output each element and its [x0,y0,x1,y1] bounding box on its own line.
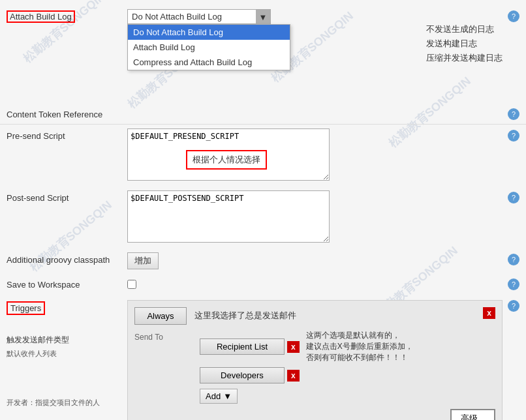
presend-script-row: Pre-send Script $DEFAULT_PRESEND_SCRIPT … [0,125,526,187]
groovy-help[interactable]: ? [508,254,519,265]
attach-build-log-label-text: Attach Build Log [7,10,75,23]
triggers-remove-btn[interactable]: x [483,307,495,319]
attach-build-log-input-col: Do Not Attach Build Log ▼ Do Not Attach … [127,9,420,24]
annotation-compress: 压缩并发送构建日志 [426,52,503,64]
advanced-btn[interactable]: 高级... [450,409,495,420]
triggers-help[interactable]: ? [508,300,519,312]
groovy-classpath-row: Additional groovy classpath 增加 ? [0,248,526,273]
dropdown-selected-value: Do Not Attach Build Log [132,12,266,22]
groovy-input-col: 增加 [127,252,503,269]
attach-build-log-row: Attach Build Log Do Not Attach Build Log… [0,5,526,64]
developer-annotation: 开发者：指提交项目文件的人 [7,398,127,408]
advanced-row: 高级... [134,409,495,420]
presend-help[interactable]: ? [508,130,519,142]
trigger-always-annotation: 这里我选择了总是发送邮件 [194,307,296,322]
triggers-label-col: Triggers 触发发送邮件类型 默认收件人列表 开发者：指提交项目文件的人 [7,299,127,408]
postsend-help[interactable]: ? [508,192,519,203]
triggers-input-col: x Always 这里我选择了总是发送邮件 Send To Recipient … [127,299,503,420]
send-to-row: Send To Recipient List x 这两个选项是默认就有的，建议点… [134,330,495,404]
presend-label: Pre-send Script [7,128,127,141]
triggers-label-text: Triggers [7,301,45,315]
triggers-section: x Always 这里我选择了总是发送邮件 Send To Recipient … [127,300,503,420]
presend-annotation-box: 根据个人情况选择 [186,150,267,170]
dropdown-opt-attach[interactable]: Attach Build Log [128,40,290,55]
groovy-label: Additional groovy classpath [7,252,127,265]
presend-input-col: $DEFAULT_PRESEND_SCRIPT 根据个人情况选择 [127,128,503,183]
content-token-label: Content Token Reference [7,107,127,119]
default-recipient-annotation: 默认收件人列表 [7,349,127,359]
trigger-type-annotation: 触发发送邮件类型 [7,335,127,346]
annotation-attach: 发送构建日志 [426,38,503,50]
postsend-label: Post-send Script [7,190,127,203]
recipient-list-btn[interactable]: Recipient List [200,338,285,355]
dropdown-opt-compress[interactable]: Compress and Attach Build Log [128,55,290,70]
dropdown-annotations: 不发送生成的日志 发送构建日志 压缩并发送构建日志 [426,9,503,64]
attach-help-icon[interactable]: ? [508,10,519,22]
send-to-item-developers: Developers x [200,367,495,383]
dropdown-open-list: Do Not Attach Build Log Attach Build Log… [127,24,290,70]
annotation-do-not-attach: 不发送生成的日志 [426,23,503,35]
save-workspace-row: Save to Workspace ? [0,273,526,295]
add-send-to-btn[interactable]: Add ▼ [200,389,238,404]
save-workspace-input [127,277,503,291]
dropdown-arrow: ▼ [256,10,270,24]
attach-build-log-label: Attach Build Log [7,9,127,22]
send-to-items: Recipient List x 这两个选项是默认就有的，建议点击X号删除后重新… [200,330,495,404]
trigger-always-row: Always 这里我选择了总是发送邮件 [134,307,495,325]
attach-dropdown-wrapper[interactable]: Do Not Attach Build Log ▼ Do Not Attach … [127,9,271,24]
postsend-textarea[interactable]: $DEFAULT_POSTSEND_SCRIPT [127,190,330,243]
send-to-label: Send To [134,330,200,342]
dropdown-opt-do-not-attach[interactable]: Do Not Attach Build Log [128,25,290,40]
recipient-annotation: 这两个选项是默认就有的，建议点击X号删除后重新添加，否则有可能收不到邮件！！！ [306,330,413,363]
postsend-script-row: Post-send Script $DEFAULT_POSTSEND_SCRIP… [0,187,526,248]
developers-remove-btn[interactable]: x [287,370,300,382]
add-row: Add ▼ [200,389,495,404]
send-to-item-recipient: Recipient List x 这两个选项是默认就有的，建议点击X号删除后重新… [200,330,495,363]
save-workspace-label: Save to Workspace [7,277,127,290]
trigger-always-btn[interactable]: Always [134,307,187,325]
triggers-row: Triggers 触发发送邮件类型 默认收件人列表 开发者：指提交项目文件的人 … [0,295,526,420]
main-container: 松勤教育SONGQIN 松勤教育SONGQIN 松勤教育SONGQIN 松勤教育… [0,0,526,420]
save-workspace-help[interactable]: ? [508,278,519,290]
content-token-help[interactable]: ? [508,108,519,120]
add-dropdown-arrow: ▼ [223,391,232,401]
groovy-add-btn[interactable]: 增加 [127,252,159,269]
content-token-row: Content Token Reference ? [0,103,526,125]
postsend-input-col: $DEFAULT_POSTSEND_SCRIPT [127,190,503,245]
save-workspace-checkbox[interactable] [127,280,136,289]
developers-btn[interactable]: Developers [200,367,285,383]
recipient-remove-btn[interactable]: x [287,341,300,353]
